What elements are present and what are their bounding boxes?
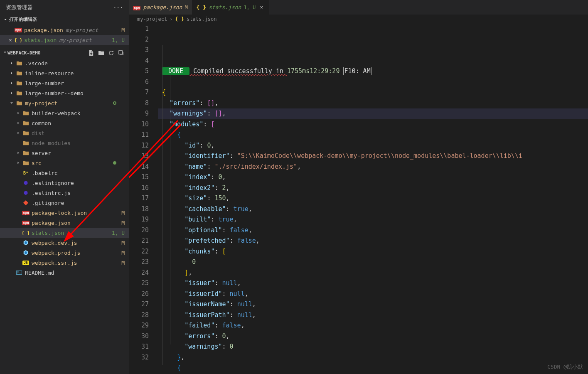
json-icon: { } (22, 230, 30, 236)
tab-meta: M (185, 5, 187, 10)
editor-tab[interactable]: { } stats.json 1, U × (192, 0, 270, 15)
tree-file[interactable]: .gitignore (0, 198, 129, 208)
tree-folder[interactable]: my-project (0, 98, 129, 108)
tree-file[interactable]: webpack.prod.jsM (0, 248, 129, 258)
editor-area: npm package.json M { } stats.json 1, U ×… (129, 0, 588, 374)
folder-name: inline-resource (25, 70, 74, 76)
tree-folder[interactable]: node_modules (0, 138, 129, 148)
chevron-icon (9, 61, 15, 66)
tree-folder[interactable]: builder-webpack (0, 108, 129, 118)
file-name: webpack.ssr.js (32, 260, 77, 266)
webpack-icon (23, 240, 29, 246)
folder-name: large-number--demo (25, 90, 84, 96)
svg-rect-0 (118, 50, 122, 54)
chevron-icon (16, 111, 22, 116)
json-icon: { } (197, 4, 206, 10)
tree-folder[interactable]: server (0, 148, 129, 158)
git-icon (23, 200, 29, 206)
eslint-icon (23, 180, 29, 186)
breadcrumb[interactable]: my-project › { } stats.json (129, 15, 588, 24)
tree-file[interactable]: npm package.jsonM (0, 218, 129, 228)
workspace-header[interactable]: WEBPACK-DEMO (0, 47, 129, 58)
explorer-title: 资源管理器 (6, 4, 33, 11)
editor-tabs: npm package.json M { } stats.json 1, U × (129, 0, 588, 15)
file-name: webpack.dev.js (32, 240, 77, 246)
chevron-icon (16, 160, 22, 165)
tree-folder[interactable]: .vscode (0, 58, 129, 68)
tree-file[interactable]: .eslintignore (0, 178, 129, 188)
folder-name: src (32, 160, 41, 166)
refresh-icon[interactable] (107, 49, 115, 57)
git-dot-icon (113, 161, 116, 165)
file-name: package.json (24, 27, 63, 33)
folder-icon (23, 130, 29, 136)
tree-file[interactable]: M↓ README.md (0, 268, 129, 278)
folder-icon (23, 160, 29, 166)
open-editor-item[interactable]: npm package.json my-project M (0, 25, 129, 35)
file-name: stats.json (24, 37, 57, 43)
close-icon[interactable]: × (258, 4, 265, 10)
tree-folder[interactable]: dist (0, 128, 129, 138)
chevron-down-icon (2, 50, 7, 56)
tree-file[interactable]: { } stats.json1, U (0, 228, 129, 238)
tree-folder[interactable]: large-number--demo (0, 88, 129, 98)
markdown-icon: M↓ (16, 271, 22, 275)
folder-name: large-number (25, 80, 64, 86)
tree-file[interactable]: npm package-lock.jsonM (0, 208, 129, 218)
folder-icon (23, 150, 29, 156)
folder-name: builder-webpack (32, 110, 80, 116)
tab-name: stats.json (209, 4, 241, 10)
collapse-icon[interactable] (117, 49, 125, 57)
open-editors-header[interactable]: 打开的编辑器 (0, 15, 129, 24)
file-name: .eslintignore (32, 180, 74, 186)
tree-folder[interactable]: src (0, 158, 129, 168)
npm-icon: npm (22, 221, 30, 225)
folder-name: my-project (25, 100, 57, 106)
chevron-icon (9, 91, 15, 96)
explorer-sidebar: 资源管理器 ··· 打开的编辑器 npm package.json my-pro… (0, 0, 129, 374)
folder-icon (16, 60, 22, 66)
file-name: stats.json (32, 230, 64, 236)
folder-name: dist (32, 130, 44, 136)
git-status: M (121, 220, 125, 226)
tree-folder[interactable]: common (0, 118, 129, 128)
tab-name: package.json (143, 4, 182, 10)
tree-folder[interactable]: large-number (0, 78, 129, 88)
folder-icon (16, 90, 22, 96)
svg-marker-1 (24, 181, 28, 185)
npm-icon: npm (15, 28, 22, 32)
more-icon[interactable]: ··· (111, 3, 125, 11)
folder-name: node_modules (32, 140, 71, 146)
folder-icon (16, 100, 22, 106)
tree-file[interactable]: webpack.dev.jsM (0, 238, 129, 248)
close-icon[interactable]: × (7, 37, 14, 43)
webpack-icon (23, 250, 29, 256)
editor-tab[interactable]: npm package.json M (129, 0, 192, 15)
tree-file[interactable]: .eslintrc.js (0, 188, 129, 198)
git-status: M (121, 240, 125, 246)
chevron-icon (16, 130, 22, 135)
file-name: .eslintrc.js (32, 190, 71, 196)
file-name: .gitignore (32, 200, 64, 206)
tree-folder[interactable]: inline-resource (0, 68, 129, 78)
git-status: M (121, 210, 125, 216)
git-status: M (121, 27, 125, 33)
eslint-icon (23, 190, 29, 196)
code-editor[interactable]: 1234567891011121314151617181920212223242… (129, 24, 588, 374)
chevron-icon (16, 121, 22, 125)
open-editor-item[interactable]: × { } stats.json my-project 1, U (0, 35, 129, 45)
git-status: M (121, 250, 125, 256)
file-path: my-project (66, 27, 98, 33)
folder-name: server (32, 150, 51, 156)
file-name: .babelrc (32, 170, 58, 176)
watermark: CSDN @凯小默 (547, 363, 583, 371)
chevron-icon (9, 101, 15, 106)
tree-file[interactable]: Bᵃ .babelrc (0, 168, 129, 178)
new-folder-icon[interactable] (97, 49, 105, 57)
tree-file[interactable]: JS webpack.ssr.jsM (0, 258, 129, 268)
git-status: 1, U (112, 37, 125, 43)
file-name: webpack.prod.js (32, 250, 80, 256)
npm-icon: npm (22, 211, 30, 215)
git-status: M (121, 260, 125, 266)
new-file-icon[interactable] (87, 49, 95, 57)
